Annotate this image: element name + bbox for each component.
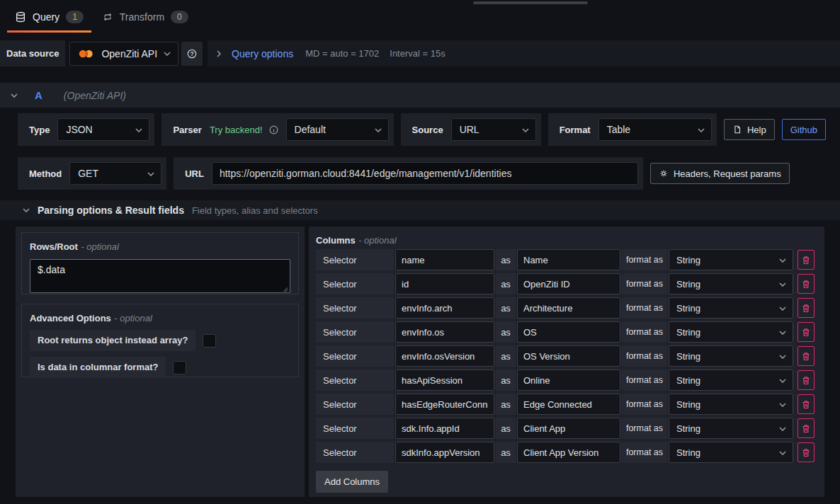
column-as-chip: as <box>496 418 516 439</box>
query-ref-row: A (OpenZiti API) <box>0 83 840 108</box>
column-alias-input[interactable] <box>517 394 620 415</box>
add-columns-button[interactable]: Add Columns <box>316 471 388 493</box>
column-selector-input[interactable] <box>395 345 494 367</box>
editor-action-buttons: Help Github <box>724 113 826 146</box>
delete-column-button[interactable] <box>798 418 815 438</box>
column-format-select[interactable]: String <box>669 321 793 343</box>
parser-select[interactable]: Default <box>286 118 389 141</box>
rows-root-panel: Rows/Root - optional $.data <box>21 232 299 294</box>
document-icon <box>732 125 742 134</box>
trash-icon <box>802 376 810 385</box>
delete-column-button[interactable] <box>798 250 815 270</box>
column-format-select[interactable]: String <box>669 345 793 367</box>
delete-column-button[interactable] <box>798 346 815 366</box>
type-select[interactable]: JSON <box>57 118 149 141</box>
method-label: Method <box>23 168 69 179</box>
github-button-label: Github <box>790 125 817 135</box>
collapse-chevron-icon[interactable] <box>23 208 30 212</box>
editor-row-2: Method GET URL Headers, Request params <box>18 157 826 190</box>
delete-column-button[interactable] <box>798 370 815 390</box>
column-format-select[interactable]: String <box>669 249 793 270</box>
query-options-link[interactable]: Query options <box>232 48 293 59</box>
database-icon <box>15 11 26 23</box>
trash-icon <box>802 400 810 409</box>
query-ref-id[interactable]: A <box>35 89 42 101</box>
tab-transform-count-badge: 0 <box>171 11 188 23</box>
delete-column-button[interactable] <box>798 298 815 318</box>
chevron-right-icon[interactable] <box>217 50 221 57</box>
delete-column-button[interactable] <box>798 442 815 462</box>
format-select-value: Table <box>607 124 630 135</box>
column-row: Selector as format as String <box>316 370 819 391</box>
column-selector-input[interactable] <box>395 273 494 294</box>
rows-root-input[interactable]: $.data <box>30 259 290 293</box>
column-format-value: String <box>676 279 700 290</box>
delete-column-button[interactable] <box>798 274 815 294</box>
datasource-help-button[interactable]: ? <box>181 42 203 66</box>
chevron-down-icon <box>135 128 142 132</box>
source-select[interactable]: URL <box>451 118 536 141</box>
format-field: Format Table <box>548 113 717 146</box>
column-format-as-chip: format as <box>622 321 667 343</box>
column-alias-input[interactable] <box>517 345 620 367</box>
column-format-select[interactable]: String <box>669 370 793 391</box>
column-row: Selector as format as String <box>316 321 819 343</box>
help-button[interactable]: Help <box>724 119 775 140</box>
column-format-select[interactable]: String <box>669 297 793 319</box>
column-selector-input[interactable] <box>395 418 494 439</box>
column-selector-input[interactable] <box>395 394 494 415</box>
column-alias-input[interactable] <box>517 442 620 463</box>
method-select[interactable]: GET <box>69 162 161 185</box>
github-button[interactable]: Github <box>782 119 826 140</box>
column-row: Selector as format as String <box>316 249 819 270</box>
interval-stat: Interval = 15s <box>390 48 445 59</box>
url-field: URL <box>174 157 643 190</box>
column-selector-input[interactable] <box>395 442 494 463</box>
format-select[interactable]: Table <box>598 118 712 141</box>
type-label: Type <box>23 125 57 135</box>
column-alias-input[interactable] <box>517 370 620 391</box>
max-data-points-stat: MD = auto = 1702 <box>305 48 379 59</box>
column-alias-input[interactable] <box>517 418 620 439</box>
tab-query[interactable]: Query 1 <box>6 0 93 33</box>
column-format-select[interactable]: String <box>669 442 793 463</box>
chevron-down-icon <box>779 379 786 383</box>
column-selector-input[interactable] <box>395 370 494 391</box>
column-alias-input[interactable] <box>517 321 620 343</box>
column-format-select[interactable]: String <box>669 394 793 415</box>
columnar-format-checkbox[interactable] <box>173 361 186 374</box>
collapse-chevron-icon[interactable] <box>11 93 18 98</box>
root-returns-object-checkbox[interactable] <box>203 334 216 348</box>
delete-column-button[interactable] <box>798 322 815 342</box>
advanced-option-row: Is data in columnar format? <box>30 357 290 378</box>
column-alias-input[interactable] <box>517 297 620 319</box>
column-selector-input[interactable] <box>395 249 494 270</box>
chevron-down-icon <box>698 128 705 132</box>
column-format-select[interactable]: String <box>669 273 793 294</box>
column-alias-input[interactable] <box>517 249 620 270</box>
column-selector-input[interactable] <box>395 297 494 319</box>
datasource-picker[interactable]: OpenZiti API <box>69 42 178 66</box>
column-selector-chip: Selector <box>316 321 394 343</box>
column-format-value: String <box>676 447 700 458</box>
tab-transform[interactable]: Transform 0 <box>93 0 198 33</box>
delete-column-button[interactable] <box>798 394 815 414</box>
editor-row-1: Type JSON Parser Try backend! Default So… <box>18 113 826 146</box>
column-row: Selector as format as String <box>316 345 819 367</box>
column-format-select[interactable]: String <box>669 418 793 439</box>
column-as-chip: as <box>496 345 516 367</box>
column-selector-chip: Selector <box>316 394 394 415</box>
column-alias-input[interactable] <box>517 273 620 294</box>
resize-grip-icon[interactable] <box>282 286 288 292</box>
url-input[interactable] <box>212 162 638 185</box>
column-selector-input[interactable] <box>395 321 494 343</box>
headers-request-params-button[interactable]: Headers, Request params <box>650 163 790 184</box>
parsing-options-header[interactable]: Parsing options & Result fields Field ty… <box>0 200 840 220</box>
parser-label: Parser <box>166 125 209 135</box>
try-backend-hint: Try backend! <box>210 125 263 135</box>
column-row: Selector as format as String <box>316 273 819 294</box>
trash-icon <box>802 328 810 337</box>
svg-text:?: ? <box>190 50 193 57</box>
chevron-down-icon <box>779 355 786 359</box>
chevron-down-icon <box>522 128 529 132</box>
